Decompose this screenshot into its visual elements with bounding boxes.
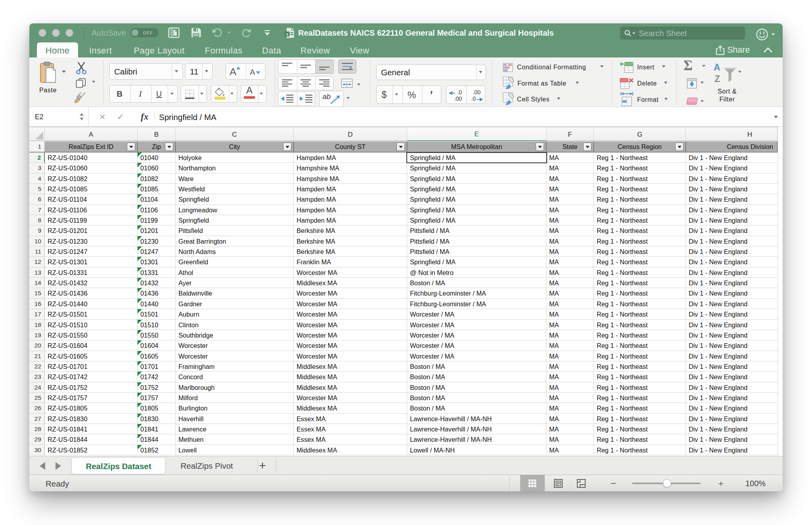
svg-text:.0: .0 [471, 95, 476, 101]
svg-text:.00: .00 [473, 89, 481, 95]
svg-text:x: x [286, 32, 289, 36]
svg-text:.00: .00 [454, 95, 462, 101]
svg-text:.0: .0 [457, 89, 462, 95]
